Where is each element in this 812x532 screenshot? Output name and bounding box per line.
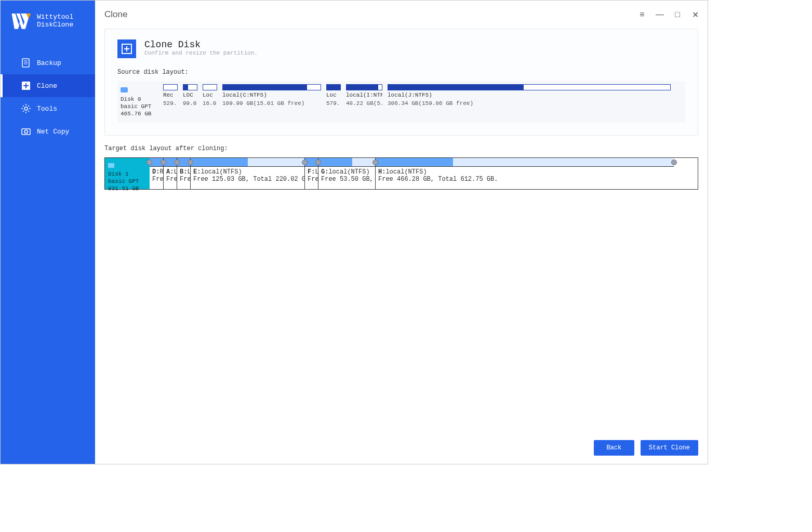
partition-label: Loc <box>326 92 341 99</box>
source-partition: Loc579. <box>326 84 341 107</box>
window-controls: ≡ — □ ✕ <box>638 10 699 20</box>
doc-icon <box>21 58 31 68</box>
close-icon[interactable]: ✕ <box>691 10 699 20</box>
partition-meta: 306.34 GB(159.86 GB free) <box>388 100 671 107</box>
partition-label: B:LFre <box>177 167 190 189</box>
usage-bar <box>183 84 197 90</box>
content: Clone Disk Confirm and resize the partit… <box>95 29 708 464</box>
menu-icon[interactable]: ≡ <box>638 10 646 20</box>
minimize-icon[interactable]: — <box>656 10 664 20</box>
disk-icon <box>108 163 114 168</box>
resize-handle-left[interactable] <box>147 159 152 165</box>
resize-handle-left[interactable] <box>372 159 378 165</box>
usage-bar <box>191 158 304 167</box>
usage-bar <box>318 158 375 167</box>
main: Clone ≡ — □ ✕ Clone Disk Confirm and res… <box>95 1 708 464</box>
disk-size: 931.51 GB <box>108 185 147 192</box>
source-partition: local(J:NTFS)306.34 GB(159.86 GB free) <box>388 84 671 107</box>
partition-label: LOC <box>183 92 197 99</box>
usage-bar <box>388 84 671 90</box>
titlebar: Clone ≡ — □ ✕ <box>95 1 708 29</box>
partition-meta: 579. <box>326 100 341 107</box>
partition-meta: 109.99 GB(15.01 GB free) <box>222 100 321 107</box>
gear-icon <box>21 104 31 113</box>
clone-card: Clone Disk Confirm and resize the partit… <box>104 29 698 136</box>
target-partitions: D:RFreA:LFreB:LFreE:local(NTFS)Free 125.… <box>150 158 698 189</box>
source-layout: Disk 0 basic GPT 465.76 GB Rec529.LOC99.… <box>117 81 685 123</box>
partition-meta: 48.22 GB(5.2 <box>346 100 382 107</box>
disk-size: 465.76 GB <box>121 110 156 117</box>
partition-meta: 529. <box>163 100 178 107</box>
source-partition: local(C:NTFS)109.99 GB(15.01 GB free) <box>222 84 321 107</box>
partition-label: F:LFre <box>305 167 318 189</box>
svg-line-15 <box>28 111 29 112</box>
nav: Backup Clone Tools Net Copy <box>1 51 95 143</box>
target-layout: Disk 1 basic GPT 931.51 GB D:RFreA:LFreB… <box>104 157 698 190</box>
sidebar-item-label: Backup <box>37 59 61 67</box>
disk-type: basic GPT <box>108 178 147 185</box>
usage-bar <box>346 84 382 90</box>
usage-bar <box>163 84 178 90</box>
camera-icon <box>21 127 31 136</box>
resize-handle-right[interactable] <box>671 159 677 165</box>
sidebar-item-label: Net Copy <box>37 128 69 136</box>
sidebar-item-tools[interactable]: Tools <box>1 97 95 120</box>
source-partitions: Rec529.LOC99.0Loc16.0local(C:NTFS)109.99… <box>163 84 680 107</box>
back-button[interactable]: Back <box>594 440 634 456</box>
source-partition: Loc16.0 <box>203 84 217 107</box>
resize-handle-left[interactable] <box>315 159 321 165</box>
target-partition[interactable]: G:local(NTFS)Free 53.50 GB, <box>318 158 375 189</box>
svg-line-16 <box>23 111 24 112</box>
disk-name: Disk 0 <box>121 96 156 103</box>
usage-bar <box>376 158 674 167</box>
partition-label: D:RFre <box>150 167 163 189</box>
sidebar-item-backup[interactable]: Backup <box>1 51 95 74</box>
partition-label: A:LFre <box>164 167 177 189</box>
sidebar-item-clone[interactable]: Clone <box>1 74 95 97</box>
clone-disk-icon <box>117 39 136 58</box>
app-name-2: DiskClone <box>37 21 73 29</box>
source-partition: Rec529. <box>163 84 178 107</box>
partition-label: Rec <box>163 92 178 99</box>
svg-line-14 <box>23 105 24 107</box>
svg-point-19 <box>24 130 28 134</box>
start-clone-button[interactable]: Start Clone <box>641 440 698 456</box>
sidebar-item-label: Clone <box>37 82 57 90</box>
sidebar-item-label: Tools <box>37 105 57 113</box>
partition-label: local(J:NTFS) <box>388 92 671 99</box>
disk-icon <box>121 87 128 92</box>
partition-label: G:local(NTFS)Free 53.50 GB, <box>318 167 375 189</box>
resize-handle-left[interactable] <box>188 159 193 165</box>
usage-bar <box>203 84 217 90</box>
target-partition[interactable]: E:local(NTFS)Free 125.03 GB, Total 220.0… <box>190 158 304 189</box>
logo-icon <box>10 10 32 32</box>
app-name-1: Wittytool <box>37 13 73 21</box>
svg-line-17 <box>28 105 29 107</box>
resize-handle-left[interactable] <box>161 159 166 165</box>
svg-marker-0 <box>12 14 30 29</box>
disk-type: basic GPT <box>121 103 156 110</box>
footer: Back Start Clone <box>594 440 698 456</box>
partition-label: local(I:NTF <box>346 92 382 99</box>
partition-meta: 16.0 <box>203 100 217 107</box>
app-logo: Wittytool DiskClone <box>1 1 95 42</box>
plus-box-icon <box>21 81 31 90</box>
usage-bar <box>326 84 341 90</box>
card-title: Clone Disk <box>144 39 258 50</box>
sidebar-item-netcopy[interactable]: Net Copy <box>1 120 95 143</box>
svg-rect-18 <box>22 129 30 135</box>
maximize-icon[interactable]: □ <box>673 10 682 20</box>
target-disk-info: Disk 1 basic GPT 931.51 GB <box>105 158 150 189</box>
source-partition: local(I:NTF48.22 GB(5.2 <box>346 84 382 107</box>
usage-bar <box>222 84 321 90</box>
source-label: Source disk layout: <box>117 69 685 76</box>
resize-handle-left[interactable] <box>302 159 308 165</box>
resize-handle-left[interactable] <box>174 159 180 165</box>
svg-point-9 <box>24 107 28 110</box>
target-partition[interactable]: H:local(NTFS)Free 466.28 GB, Total 612.7… <box>375 158 674 189</box>
svg-rect-2 <box>22 59 29 67</box>
sidebar: Wittytool DiskClone Backup Clone Tools N… <box>1 1 95 464</box>
page-title: Clone <box>104 9 127 20</box>
source-partition: LOC99.0 <box>183 84 197 107</box>
target-section: Target disk layout after cloning: Disk 1… <box>104 145 698 190</box>
